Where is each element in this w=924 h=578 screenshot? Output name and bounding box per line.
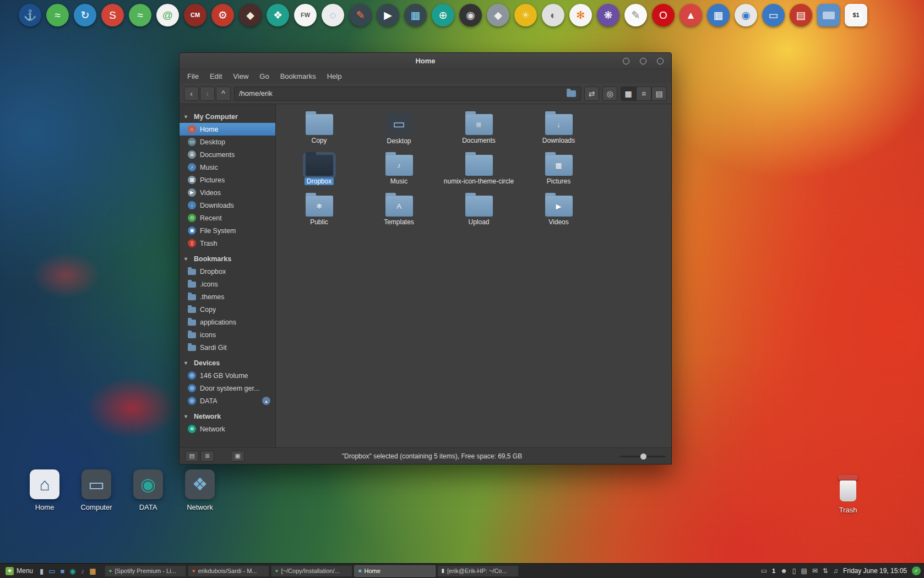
menu-edit[interactable]: Edit [210,72,222,80]
launcher-globe-icon[interactable]: ◉ [69,568,75,575]
desktop-icon-network[interactable]: ❖ Network [180,469,220,511]
skype-icon[interactable]: S [101,4,124,26]
email-icon[interactable]: @ [156,4,179,26]
sidebar-section-devices[interactable]: ▾ Devices ▴ [180,356,275,369]
taskbar-window-home[interactable]: ■ Home [354,565,436,577]
sidebar-item-documents[interactable]: ▾ ≣ Documents ▴ [180,148,275,161]
tray-user-icon[interactable]: ☻ [780,568,787,574]
menu-view[interactable]: View [233,72,248,80]
sidebar-item-home[interactable]: ▾ ⌂ Home ▴ [180,123,275,136]
sidebar-item-file-system[interactable]: ▾ ▣ File System ▴ [180,224,275,237]
spotify-icon[interactable]: ≈ [129,4,151,26]
tray-keyboard-icon[interactable]: ▤ [801,568,807,574]
compact-view-button[interactable]: ▤ [651,87,667,101]
menu-bookmarks[interactable]: Bookmarks [280,72,316,80]
tray-volume-icon[interactable]: ♫ [833,568,838,574]
printer-icon[interactable]: ▤ [790,4,812,26]
display-app-icon[interactable]: ▭ [762,4,785,26]
zoom-slider[interactable] [619,452,666,460]
list-view-button[interactable]: ≡ [636,87,651,101]
file-numix-icon-theme-circle[interactable]: numix-icon-theme-circle [439,152,519,192]
tray-sync-icon[interactable]: ⇅ [823,568,828,574]
up-button[interactable]: ^ [216,87,231,101]
file-videos[interactable]: ▶ Videos [519,192,599,233]
desktop-icon-computer[interactable]: ▭ Computer [76,469,117,511]
sidebar-item-sardi-git[interactable]: ▾ Sardi Git ▴ [180,341,275,354]
trash-desktop-icon[interactable]: Trash [828,475,868,514]
menu-button[interactable]: ❖ Menu [3,567,35,575]
sidebar-item-trash[interactable]: ▾ ▯ Trash ▴ [180,237,275,250]
sidebar-item-pictures[interactable]: ▾ ▦ Pictures ▴ [180,174,275,186]
file-desktop[interactable]: ▭ Desktop [359,111,439,152]
taskbar-window-terminal[interactable]: ▮ [erik@Erik-HP: ~/Co... [437,565,519,577]
launcher-terminal-icon[interactable]: ▮ [40,568,44,575]
back-button[interactable]: ‹ [184,87,199,101]
sidebar-section-network[interactable]: ▾ Network ▴ [180,410,275,423]
file-pictures[interactable]: ▦ Pictures [519,152,599,192]
file-copy[interactable]: Copy [279,111,359,152]
sidebar-item-videos[interactable]: ▾ ▶ Videos ▴ [180,186,275,199]
file-public[interactable]: ❄ Public [279,192,359,233]
file-upload[interactable]: Upload [439,192,519,233]
framework-icon[interactable]: FW [294,4,317,26]
taskbar-window-files-copy[interactable]: ● [~/Copy/Installation/... [271,565,352,577]
treeview-toggle-button[interactable]: ≣ [200,451,214,462]
sidebar-section-bookmarks[interactable]: ▾ Bookmarks ▴ [180,252,275,265]
grid-app-icon[interactable]: ▦ [707,4,730,26]
shield-icon[interactable]: ✓ [912,566,921,575]
sidebar-item-icons[interactable]: ▾ icons ▴ [180,328,275,341]
sidebar-item-network[interactable]: ▾ ⊕ Network ▴ [180,423,275,435]
taskbar-window-browser[interactable]: ● erikdubois/Sardi - M... [188,565,269,577]
zoom-slider-knob[interactable] [640,453,646,460]
tray-count[interactable]: 1 [772,568,775,574]
tray-mail-icon[interactable]: ✉ [812,568,818,574]
launcher-files-icon[interactable]: ■ [60,568,64,575]
sidebar-item-data[interactable]: ▾ ◎ DATA ▴ [180,395,275,407]
opera-icon[interactable]: O [652,4,675,26]
sidebar-item-applications[interactable]: ▾ applications ▴ [180,316,275,328]
dollar-app-icon[interactable]: $1 [845,4,867,26]
web-browser-icon[interactable]: ⊕ [432,4,454,26]
files-folder-icon[interactable] [817,4,840,26]
system-monitor-icon[interactable]: ≈ [46,4,69,26]
inkscape-icon[interactable]: ◆ [239,4,262,26]
tray-display-icon[interactable]: ▭ [761,568,767,574]
menu-file[interactable]: File [187,72,199,80]
icon-view-button[interactable]: ▦ [621,87,636,101]
desktop-icon-home[interactable]: ⌂ Home [24,469,65,511]
tray-tablet-icon[interactable]: ▯ [792,568,796,574]
triangle-app-icon[interactable]: ▲ [680,4,702,26]
purple-app-icon[interactable]: ❋ [597,4,619,26]
launcher-music-icon[interactable]: ♪ [81,568,85,575]
launcher-photos-icon[interactable]: ▦ [89,568,96,575]
contrast-app-icon[interactable]: ◐ [542,4,564,26]
chromium-icon[interactable]: ◉ [735,4,757,26]
sidebar-item-music[interactable]: ▾ ♪ Music ▴ [180,161,275,174]
file-music[interactable]: ♪ Music [359,152,439,192]
sidebar-item-desktop[interactable]: ▾ ▭ Desktop ▴ [180,136,275,148]
shapes-app-icon[interactable]: ❖ [267,4,289,26]
sidebar-item-copy[interactable]: ▾ Copy ▴ [180,303,275,316]
close-button[interactable] [657,58,664,64]
sidebar-item-146gb-volume[interactable]: ▾ ◎ 146 GB Volume ▴ [180,369,275,382]
update-manager-icon[interactable]: ↻ [74,4,96,26]
file-dropbox[interactable]: Dropbox [279,152,359,192]
sidebar-item-recent[interactable]: ▾ ⊙ Recent ▴ [180,212,275,224]
eject-icon[interactable]: ▴ [262,397,270,405]
launcher-display-icon[interactable]: ▭ [48,568,55,575]
clock[interactable]: Friday June 19, 15:05 [843,567,907,575]
sidebar-toggle-button[interactable]: ▣ [231,451,244,462]
sidebar-item-dot-icons[interactable]: ▾ .icons ▴ [180,278,275,290]
disc-burner-icon[interactable]: ◉ [459,4,482,26]
menu-help[interactable]: Help [327,72,342,80]
search-button[interactable]: ◎ [602,87,617,101]
video-app-icon[interactable]: ▶ [377,4,399,26]
file-documents[interactable]: ≣ Documents [439,111,519,152]
anchor-icon[interactable]: ⚓ [19,4,41,26]
forward-button[interactable]: › [200,87,215,101]
sidebar-section-my-computer[interactable]: ▾ My Computer ▴ [180,110,275,123]
file-templates[interactable]: A Templates [359,192,439,233]
yellow-app-icon[interactable]: ☀ [514,4,537,26]
titlebar[interactable]: Home [180,53,671,69]
taskbar-window-spotify[interactable]: ● [Spotify Premium - Li... [105,565,186,577]
